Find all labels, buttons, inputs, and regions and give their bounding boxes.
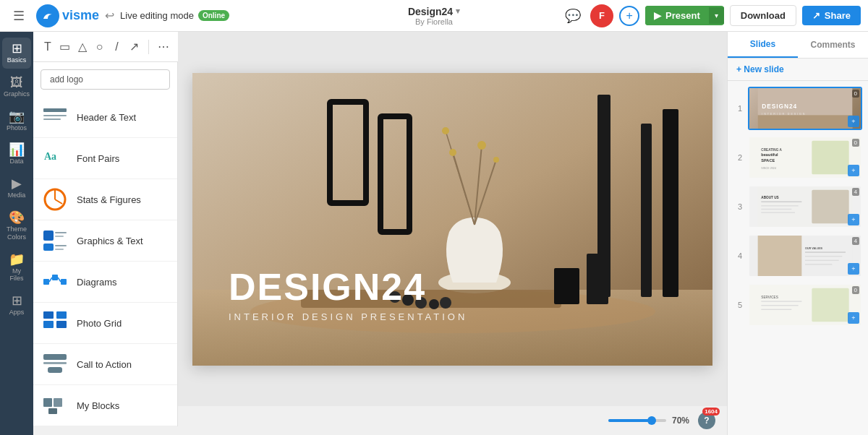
block-item-photo-grid[interactable]: Photo Grid bbox=[33, 303, 177, 344]
slide-thumb-1[interactable]: DESIGN24 INTERIOR DESIGN 0 + bbox=[748, 87, 862, 130]
slide-duplicate-1[interactable]: + bbox=[848, 116, 859, 127]
right-panel-tabs: Slides Comments bbox=[728, 32, 868, 59]
arrow-tool-button[interactable]: ↗ bbox=[129, 36, 140, 58]
add-logo-button[interactable]: add logo bbox=[41, 69, 170, 90]
canvas-container[interactable]: DESIGN24 INTERIOR DESIGN PRESENTATION bbox=[178, 32, 727, 406]
slide3-preview: ABOUT US bbox=[749, 186, 861, 227]
slide-badge-1: 0 bbox=[852, 90, 859, 98]
stats-figures-icon bbox=[42, 186, 68, 212]
diagrams-icon-svg bbox=[42, 269, 68, 295]
slide-title: DESIGN24 bbox=[229, 265, 467, 309]
circle-tool-button[interactable]: ○ bbox=[94, 36, 106, 58]
call-to-action-label: Call to Action bbox=[77, 359, 132, 370]
canvas-bottom-bar: 70% ? 1604 bbox=[178, 406, 727, 435]
block-item-diagrams[interactable]: Diagrams bbox=[33, 262, 177, 303]
svg-text:ABOUT US: ABOUT US bbox=[761, 196, 778, 199]
text-tool-button[interactable]: T bbox=[42, 36, 54, 58]
zoom-control: 70% bbox=[608, 415, 689, 426]
svg-rect-8 bbox=[55, 232, 67, 233]
triangle-tool-button[interactable]: △ bbox=[77, 36, 88, 58]
live-mode-area: Live editing mode Online bbox=[120, 10, 229, 21]
svg-rect-13 bbox=[43, 279, 49, 285]
slide-item-2[interactable]: 2 CREATING A beautiful SPACE SINCE 2024 … bbox=[733, 136, 862, 179]
present-chevron-icon: ▾ bbox=[715, 12, 718, 20]
slide-item-4[interactable]: 4 OUR VALUES 4 + bbox=[733, 234, 862, 277]
slide-duplicate-2[interactable]: + bbox=[848, 165, 859, 176]
tab-slides[interactable]: Slides bbox=[728, 32, 798, 58]
block-item-stats-figures[interactable]: Stats & Figures bbox=[33, 179, 177, 220]
header-text-icon-svg bbox=[42, 104, 68, 130]
hamburger-button[interactable]: ☰ bbox=[7, 4, 30, 27]
sidebar-item-theme-colors[interactable]: 🎨 Theme Colors bbox=[2, 207, 31, 246]
line-tool-button[interactable]: / bbox=[111, 36, 123, 58]
sidebar-item-media[interactable]: ▶ Media bbox=[2, 173, 31, 204]
graphics-icon: 🖼 bbox=[10, 76, 23, 89]
slide-item-1[interactable]: 1 DESIGN24 INTERIOR DESIGN 0 + bbox=[733, 87, 862, 130]
graphics-text-icon-svg bbox=[42, 228, 68, 254]
stats-figures-icon-svg bbox=[42, 186, 68, 212]
help-button[interactable]: ? 1604 bbox=[698, 412, 715, 429]
present-main-button[interactable]: ▶ Present bbox=[645, 6, 709, 25]
chat-button[interactable]: 💬 bbox=[561, 4, 584, 27]
sidebar-item-basics[interactable]: ⊞ Basics bbox=[2, 38, 31, 69]
add-collaborator-button[interactable]: + bbox=[619, 6, 639, 26]
sidebar-item-my-files[interactable]: 📁 My Files bbox=[2, 249, 31, 288]
svg-rect-19 bbox=[56, 311, 67, 319]
svg-rect-9 bbox=[55, 236, 64, 237]
design-title-area[interactable]: Design24 ▾ bbox=[408, 6, 460, 17]
sidebar-item-photos[interactable]: 📷 Photos bbox=[2, 105, 31, 137]
sidebar-item-graphics[interactable]: 🖼 Graphics bbox=[2, 72, 31, 103]
present-dropdown-button[interactable]: ▾ bbox=[709, 7, 724, 24]
logo-text: visme bbox=[62, 8, 99, 23]
zoom-slider[interactable] bbox=[608, 419, 666, 422]
slide-duplicate-4[interactable]: + bbox=[848, 263, 859, 275]
my-blocks-icon-svg bbox=[42, 392, 68, 418]
canvas-slide[interactable]: DESIGN24 INTERIOR DESIGN PRESENTATION bbox=[192, 73, 712, 366]
logo-icon bbox=[36, 4, 59, 27]
block-item-my-blocks[interactable]: My Blocks bbox=[33, 385, 177, 426]
slide-thumb-inner-4: OUR VALUES 4 + bbox=[749, 236, 861, 276]
chat-icon: 💬 bbox=[565, 8, 581, 24]
slide-thumb-2[interactable]: CREATING A beautiful SPACE SINCE 2024 0 … bbox=[748, 136, 862, 179]
svg-text:beautiful: beautiful bbox=[761, 152, 778, 157]
svg-rect-67 bbox=[761, 205, 798, 206]
tab-comments[interactable]: Comments bbox=[798, 32, 868, 58]
slide-item-3[interactable]: 3 ABOUT US 4 + bbox=[733, 185, 862, 228]
slide-thumb-inner-5: SERVICES 0 + bbox=[749, 285, 861, 325]
avatar-button[interactable]: F bbox=[590, 4, 613, 27]
slide-number-1: 1 bbox=[733, 104, 742, 113]
call-to-action-icon-svg bbox=[42, 351, 68, 377]
topbar-right: 💬 F + ▶ Present ▾ Download ↗ Share bbox=[561, 4, 861, 27]
photos-label: Photos bbox=[7, 124, 27, 132]
slide-duplicate-5[interactable]: + bbox=[848, 312, 859, 324]
header-text-label: Header & Text bbox=[77, 112, 136, 123]
share-button[interactable]: ↗ Share bbox=[802, 6, 861, 25]
slide-thumb-3[interactable]: ABOUT US 4 + bbox=[748, 185, 862, 228]
svg-rect-12 bbox=[55, 249, 64, 250]
more-tool-button[interactable]: ⋯ bbox=[158, 36, 169, 58]
svg-rect-54 bbox=[758, 115, 853, 129]
live-mode-label: Live editing mode bbox=[120, 10, 194, 21]
download-button[interactable]: Download bbox=[730, 5, 796, 26]
block-item-graphics-text[interactable]: Graphics & Text bbox=[33, 220, 177, 262]
chevron-down-icon: ▾ bbox=[456, 7, 460, 16]
sidebar-item-data[interactable]: 📊 Data bbox=[2, 139, 31, 170]
block-item-call-to-action[interactable]: Call to Action bbox=[33, 344, 177, 385]
svg-rect-58 bbox=[812, 141, 848, 175]
slide-thumb-4[interactable]: OUR VALUES 4 + bbox=[748, 234, 862, 277]
block-item-header-text[interactable]: Header & Text bbox=[33, 97, 177, 138]
slide-item-5[interactable]: 5 SERVICES 0 + bbox=[733, 283, 862, 327]
svg-rect-2 bbox=[43, 119, 61, 120]
design-subtitle: By Fiorella bbox=[415, 17, 453, 26]
visme-bird-icon bbox=[41, 9, 55, 23]
undo-button[interactable]: ↩ bbox=[105, 9, 114, 22]
theme-colors-icon: 🎨 bbox=[9, 211, 25, 224]
block-item-font-pairs[interactable]: Aa Font Pairs bbox=[33, 138, 177, 179]
svg-rect-23 bbox=[43, 362, 67, 364]
slide-thumb-5[interactable]: SERVICES 0 + bbox=[748, 283, 862, 327]
svg-rect-21 bbox=[56, 321, 67, 328]
rect-tool-button[interactable]: ▭ bbox=[59, 36, 71, 58]
new-slide-button[interactable]: + New slide bbox=[728, 59, 868, 81]
sidebar-item-apps[interactable]: ⊞ Apps bbox=[2, 290, 31, 321]
slide-duplicate-3[interactable]: + bbox=[848, 214, 859, 225]
